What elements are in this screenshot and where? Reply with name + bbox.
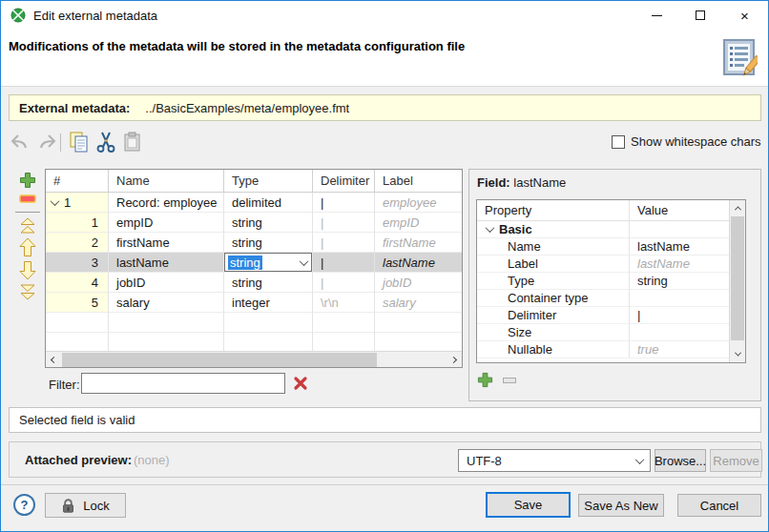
row-label[interactable]: firstName xyxy=(375,233,462,253)
col-header-num[interactable]: # xyxy=(46,170,109,192)
close-icon: × xyxy=(740,8,749,24)
chevron-down-icon[interactable] xyxy=(300,256,309,266)
horizontal-scrollbar[interactable] xyxy=(46,351,462,367)
maximize-button[interactable] xyxy=(678,1,722,30)
scrollbar-thumb[interactable] xyxy=(62,353,377,367)
group-expand-chevron-icon[interactable] xyxy=(486,223,495,233)
record-expand-chevron-icon[interactable] xyxy=(51,196,60,206)
row-name[interactable]: firstName xyxy=(109,233,224,253)
col-header-name[interactable]: Name xyxy=(109,170,224,192)
add-field-button[interactable] xyxy=(19,172,36,189)
row-name[interactable]: salary xyxy=(109,293,224,313)
row-delimiter[interactable]: | xyxy=(313,213,375,233)
encoding-dropdown[interactable]: UTF-8 xyxy=(458,449,651,472)
col-header-property[interactable]: Property xyxy=(477,200,630,221)
attached-preview-value: (none) xyxy=(134,453,170,467)
lock-button[interactable]: Lock xyxy=(45,493,126,518)
filter-input[interactable] xyxy=(81,373,285,394)
table-row[interactable]: 5 salary integer \r\n salary xyxy=(46,293,462,313)
col-header-value[interactable]: Value xyxy=(630,200,729,221)
col-header-type[interactable]: Type xyxy=(224,170,313,192)
show-whitespace-checkbox[interactable] xyxy=(612,135,625,149)
move-down-button[interactable] xyxy=(19,260,36,280)
encoding-value: UTF-8 xyxy=(467,454,502,468)
property-value[interactable]: true xyxy=(630,341,729,358)
property-value[interactable]: lastName xyxy=(630,238,729,256)
property-row[interactable]: Container type xyxy=(477,290,745,307)
scroll-left-icon[interactable] xyxy=(46,352,62,368)
property-value[interactable] xyxy=(630,324,729,341)
table-row[interactable]: 4 jobID string | jobID xyxy=(46,273,462,293)
row-name[interactable]: empID xyxy=(109,213,224,233)
save-as-new-button[interactable]: Save As New xyxy=(578,494,664,517)
scroll-down-icon[interactable] xyxy=(730,346,745,362)
row-delimiter[interactable]: | xyxy=(313,253,375,273)
field-properties-panel: Field: lastName Property Value Basic Nam… xyxy=(468,169,761,401)
property-value[interactable]: string xyxy=(630,273,729,290)
browse-button[interactable]: Browse... xyxy=(655,449,706,472)
maximize-icon xyxy=(696,10,705,20)
property-row[interactable]: Size xyxy=(477,324,745,341)
col-header-delimiter[interactable]: Delimiter xyxy=(313,170,375,192)
cut-button[interactable] xyxy=(94,131,117,153)
add-property-button[interactable] xyxy=(477,372,493,388)
help-button[interactable]: ? xyxy=(13,494,35,516)
row-label[interactable]: salary xyxy=(375,293,462,313)
lock-label: Lock xyxy=(83,499,109,513)
edit-external-metadata-dialog: Edit external metadata × Modifications o… xyxy=(0,0,769,532)
record-row[interactable]: 1 Record: employee delimited | employee xyxy=(46,193,462,213)
property-value[interactable] xyxy=(630,290,729,307)
record-delimiter[interactable]: | xyxy=(313,193,375,213)
col-header-label[interactable]: Label xyxy=(375,170,462,192)
record-label[interactable]: employee xyxy=(375,193,462,213)
property-row[interactable]: Name lastName xyxy=(477,238,745,256)
scrollbar-thumb[interactable] xyxy=(731,216,744,340)
property-value[interactable]: lastName xyxy=(630,256,729,273)
row-delimiter[interactable]: | xyxy=(313,273,375,293)
paste-button[interactable] xyxy=(121,131,144,153)
row-label[interactable]: empID xyxy=(375,213,462,233)
row-label[interactable]: jobID xyxy=(375,273,462,293)
row-type[interactable]: string xyxy=(224,213,313,233)
vertical-scrollbar[interactable] xyxy=(729,200,745,362)
record-type[interactable]: delimited xyxy=(224,193,313,213)
record-name[interactable]: Record: employee xyxy=(109,193,224,213)
move-up-button[interactable] xyxy=(19,237,36,257)
move-bottom-button[interactable] xyxy=(19,283,36,300)
property-row[interactable]: Label lastName xyxy=(477,256,745,273)
show-whitespace-label: Show whitespace chars xyxy=(631,134,761,149)
row-delimiter[interactable]: | xyxy=(313,233,375,253)
redo-button[interactable] xyxy=(35,131,58,153)
close-button[interactable]: × xyxy=(722,1,767,30)
property-row[interactable]: Delimiter | xyxy=(477,307,745,324)
property-row[interactable]: Type string xyxy=(477,273,745,290)
move-top-button[interactable] xyxy=(19,217,36,235)
table-row[interactable]: 2 firstName string | firstName xyxy=(46,233,462,253)
type-dropdown[interactable]: string xyxy=(224,253,312,272)
row-name[interactable]: lastName xyxy=(109,253,224,273)
property-row[interactable]: Nullable true xyxy=(477,341,745,358)
row-type[interactable]: string xyxy=(224,273,313,293)
property-name: Name xyxy=(477,238,630,256)
property-group-basic[interactable]: Basic xyxy=(477,221,745,238)
row-type[interactable]: string xyxy=(224,233,313,253)
title-bar[interactable]: Edit external metadata × xyxy=(1,1,768,30)
scroll-right-icon[interactable] xyxy=(446,352,462,368)
undo-button[interactable] xyxy=(9,131,31,153)
remove-property-button[interactable] xyxy=(503,378,516,383)
minimize-button[interactable] xyxy=(634,1,678,30)
property-value[interactable]: | xyxy=(630,307,729,324)
cancel-button[interactable]: Cancel xyxy=(677,494,761,517)
row-name[interactable]: jobID xyxy=(109,273,224,293)
table-row-selected[interactable]: 3 lastName string | lastName xyxy=(46,253,462,273)
table-row[interactable]: 1 empID string | empID xyxy=(46,213,462,233)
copy-button[interactable] xyxy=(68,131,91,153)
clear-filter-button[interactable] xyxy=(293,376,308,391)
save-button[interactable]: Save xyxy=(486,492,571,518)
scroll-up-icon[interactable] xyxy=(730,200,745,216)
row-type[interactable]: integer xyxy=(224,293,313,313)
row-delimiter[interactable]: \r\n xyxy=(313,293,375,313)
footer-divider xyxy=(1,484,768,485)
remove-field-button[interactable] xyxy=(19,194,36,205)
row-label[interactable]: lastName xyxy=(375,253,462,273)
